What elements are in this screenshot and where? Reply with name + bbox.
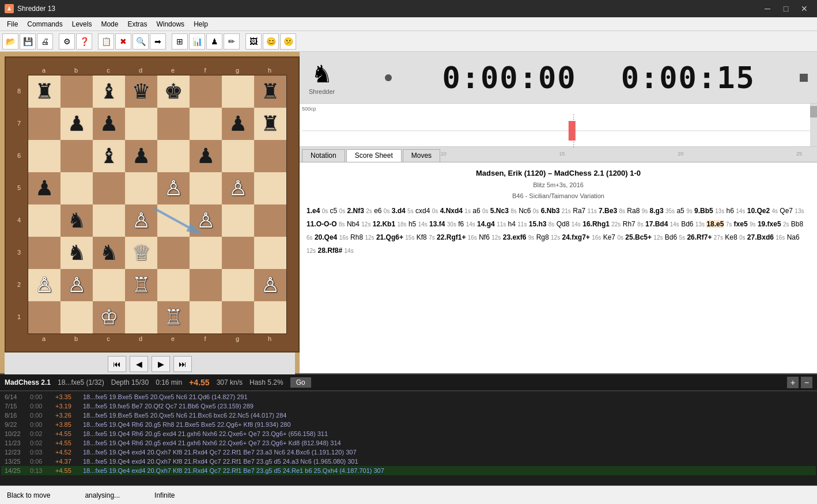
tb-forward[interactable]: ➡ [150, 33, 166, 50]
engine-line-1[interactable]: 7/15 0:00 +3.19 18...fxe5 19.fxe5 Be7 20… [1, 401, 816, 411]
engine-line-6[interactable]: 12/23 0:03 +4.52 18...fxe5 19.Qe4 exd4 2… [1, 448, 816, 457]
cell-c1[interactable]: ♔ [93, 301, 125, 334]
tb-copy[interactable]: 📋 [98, 33, 114, 50]
cell-a3[interactable] [28, 237, 60, 269]
cell-g2[interactable] [222, 269, 254, 301]
cell-b3[interactable]: ♞ [60, 237, 93, 269]
engine-go-button[interactable]: Go [290, 377, 311, 388]
cell-a4[interactable] [28, 204, 60, 237]
cell-e7[interactable] [157, 108, 190, 140]
cell-f4[interactable]: ♙ [190, 204, 222, 237]
tb-search[interactable]: 🔍 [133, 33, 149, 50]
cell-c4[interactable] [93, 204, 125, 237]
cell-h6[interactable] [254, 140, 286, 172]
engine-line-7[interactable]: 13/25 0:06 +4.37 18...fxe5 19.Qe4 exd4 2… [1, 457, 816, 466]
menu-extras[interactable]: Extras [123, 19, 152, 29]
tb-grid[interactable]: ⊞ [172, 33, 188, 50]
cell-d4[interactable]: ♙ [125, 204, 157, 237]
cell-c3[interactable]: ♞ [93, 237, 125, 269]
cell-d5[interactable] [125, 172, 157, 204]
cell-b1[interactable] [60, 301, 93, 334]
cell-h8[interactable]: ♜ [254, 75, 286, 108]
tb-settings[interactable]: ⚙ [59, 33, 75, 50]
cell-d1[interactable] [125, 301, 157, 334]
cell-f1[interactable] [190, 301, 222, 334]
cell-f2[interactable] [190, 269, 222, 301]
cell-h5[interactable] [254, 172, 286, 204]
cell-c5[interactable] [93, 172, 125, 204]
menu-commands[interactable]: Commands [22, 19, 67, 29]
cell-a5[interactable]: ♟ [28, 172, 60, 204]
engine-line-4[interactable]: 10/22 0:02 +4.55 18...fxe5 19.Qe4 Rh6 20… [1, 429, 816, 438]
engine-line-5[interactable]: 11/23 0:02 +4.55 18...fxe5 19.Qe4 Rh6 20… [1, 438, 816, 448]
cell-g1[interactable] [222, 301, 254, 334]
engine-line-0[interactable]: 6/14 0:00 +3.35 18...fxe5 19.Bxe5 Bxe5 2… [1, 392, 816, 401]
cell-h4[interactable] [254, 204, 286, 237]
cell-b6[interactable] [60, 140, 93, 172]
cell-h1[interactable] [254, 301, 286, 334]
tb-face2[interactable]: 😕 [280, 33, 296, 50]
cell-b7[interactable]: ♟ [60, 108, 93, 140]
engine-line-3[interactable]: 9/22 0:00 +3.85 18...fxe5 19.Qe4 Rh6 20.… [1, 420, 816, 429]
cell-e3[interactable] [157, 237, 190, 269]
cell-g8[interactable] [222, 75, 254, 108]
cell-g6[interactable] [222, 140, 254, 172]
cell-f7[interactable] [190, 108, 222, 140]
menu-windows[interactable]: Windows [152, 19, 189, 29]
cell-e5[interactable]: ♙ [157, 172, 190, 204]
cell-a6[interactable] [28, 140, 60, 172]
cell-d2[interactable]: ♖ [125, 269, 157, 301]
cell-e1[interactable]: ♖ [157, 301, 190, 334]
menu-levels[interactable]: Levels [67, 19, 97, 29]
menu-help[interactable]: Help [189, 19, 213, 29]
cell-e4[interactable] [157, 204, 190, 237]
cell-h7[interactable]: ♜ [254, 108, 286, 140]
chart-scroll-thumb[interactable] [810, 106, 817, 118]
move-1b[interactable]: c5 [330, 207, 338, 215]
cell-g4[interactable] [222, 204, 254, 237]
tb-face1[interactable]: 😊 [263, 33, 279, 50]
engine-add-line[interactable]: + [787, 377, 799, 388]
cell-h2[interactable]: ♙ [254, 269, 286, 301]
menu-mode[interactable]: Mode [96, 19, 123, 29]
cell-e2[interactable] [157, 269, 190, 301]
cell-f6[interactable]: ♟ [190, 140, 222, 172]
cell-d6[interactable]: ♟ [125, 140, 157, 172]
cell-f8[interactable] [190, 75, 222, 108]
cell-c8[interactable]: ♝ [93, 75, 125, 108]
tb-save[interactable]: 💾 [20, 33, 36, 50]
cell-d8[interactable]: ♛ [125, 75, 157, 108]
nav-prev[interactable]: ◀ [130, 356, 148, 372]
maximize-button[interactable]: □ [778, 1, 794, 17]
cell-c2[interactable] [93, 269, 125, 301]
cell-e6[interactable] [157, 140, 190, 172]
cell-g5[interactable]: ♙ [222, 172, 254, 204]
tb-stop[interactable]: ✖ [115, 33, 131, 50]
cell-b8[interactable] [60, 75, 93, 108]
cell-f5[interactable] [190, 172, 222, 204]
cell-a2[interactable]: ♙ [28, 269, 60, 301]
nav-start[interactable]: ⏮ [108, 356, 126, 372]
cell-a7[interactable] [28, 108, 60, 140]
chessboard[interactable]: ♜♝♛♚♜♟♟♟♜♝♟♟♟♙♙♞♙♙♞♞♕♙♙♖♙♔♖ [28, 75, 287, 334]
cell-a1[interactable] [28, 301, 60, 334]
tb-chart[interactable]: 📊 [189, 33, 205, 50]
tb-help[interactable]: ❓ [76, 33, 92, 50]
titlebar-controls[interactable]: ─ □ ✕ [759, 1, 812, 17]
chart-scrollbar[interactable] [810, 104, 817, 146]
cell-a8[interactable]: ♜ [28, 75, 60, 108]
engine-remove-line[interactable]: − [801, 377, 812, 388]
engine-line-8[interactable]: 14/25 0:13 +4.55 18...fxe5 19.Qe4 exd4 2… [1, 466, 816, 475]
cell-c7[interactable]: ♟ [93, 108, 125, 140]
close-button[interactable]: ✕ [796, 1, 812, 17]
tb-open[interactable]: 📂 [2, 33, 18, 50]
move-1w[interactable]: 1.e4 [307, 207, 320, 215]
tb-edit[interactable]: ✏ [224, 33, 240, 50]
cell-h3[interactable] [254, 237, 286, 269]
nav-end[interactable]: ⏭ [173, 356, 192, 372]
cell-f3[interactable] [190, 237, 222, 269]
cell-b2[interactable]: ♙ [60, 269, 93, 301]
cell-c6[interactable]: ♝ [93, 140, 125, 172]
cell-b5[interactable] [60, 172, 93, 204]
tb-piece[interactable]: ♟ [206, 33, 222, 50]
